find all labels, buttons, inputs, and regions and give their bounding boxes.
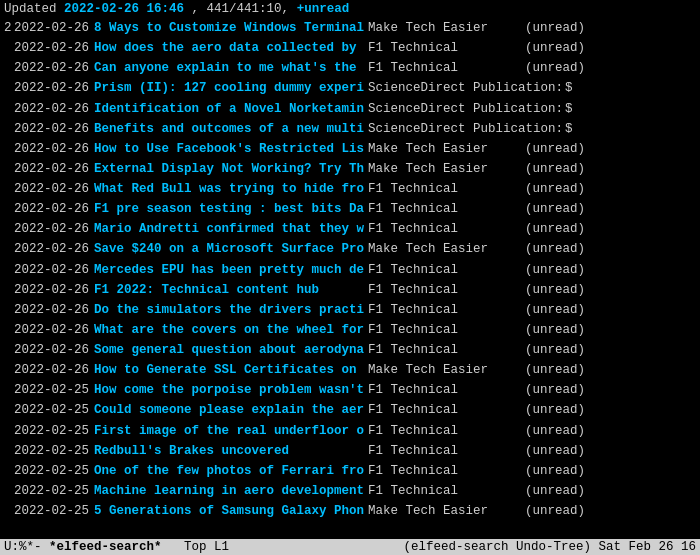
col-date: 2022-02-26 <box>14 301 94 319</box>
col-date: 2022-02-25 <box>14 482 94 500</box>
col-source: F1 Technical <box>368 442 523 460</box>
col-date: 2022-02-26 <box>14 240 94 258</box>
position-indicator: Top L1 <box>184 540 229 554</box>
col-status: (unread) <box>525 502 585 520</box>
table-row[interactable]: 2022-02-26 Mario Andretti confirmed that… <box>0 219 700 239</box>
updated-label: Updated <box>4 2 57 16</box>
col-date: 2022-02-25 <box>14 442 94 460</box>
col-date: 2022-02-26 <box>14 261 94 279</box>
extra-status: (elfeed-search Undo-Tree) Sat Feb 26 16 <box>403 540 696 554</box>
col-source: F1 Technical <box>368 422 523 440</box>
col-date: 2022-02-26 <box>14 140 94 158</box>
col-status: (unread) <box>525 381 585 399</box>
col-source: Make Tech Easier <box>368 19 523 37</box>
col-date: 2022-02-25 <box>14 422 94 440</box>
col-title: How come the porpoise problem wasn't <box>94 381 364 399</box>
row-marker: 2 <box>4 19 14 37</box>
col-title: How does the aero data collected by <box>94 39 364 57</box>
table-row[interactable]: 2022-02-26 Prism (II): 127 cooling dummy… <box>0 78 700 98</box>
col-date: 2022-02-25 <box>14 502 94 520</box>
table-row[interactable]: 2022-02-26 Some general question about a… <box>0 340 700 360</box>
col-title: Can anyone explain to me what's the <box>94 59 364 77</box>
col-date: 2022-02-25 <box>14 381 94 399</box>
col-status: (unread) <box>525 180 585 198</box>
col-title: First image of the real underfloor o <box>94 422 364 440</box>
col-title: 8 Ways to Customize Windows Terminal <box>94 19 364 37</box>
table-row[interactable]: 2022-02-26 Identification of a Novel Nor… <box>0 99 700 119</box>
col-title: Some general question about aerodyna <box>94 341 364 359</box>
col-source: F1 Technical <box>368 200 523 218</box>
table-row[interactable]: 2022-02-26 What Red Bull was trying to h… <box>0 179 700 199</box>
table-row[interactable]: 2022-02-26 F1 2022: Technical content hu… <box>0 280 700 300</box>
table-row[interactable]: 2022-02-25 One of the few photos of Ferr… <box>0 461 700 481</box>
table-row[interactable]: 2022-02-25 How come the porpoise problem… <box>0 380 700 400</box>
col-title: How to Use Facebook's Restricted Lis <box>94 140 364 158</box>
col-title: How to Generate SSL Certificates on <box>94 361 364 379</box>
col-date: 2022-02-26 <box>14 341 94 359</box>
col-date: 2022-02-25 <box>14 462 94 480</box>
table-row[interactable]: 2022-02-26 How to Generate SSL Certifica… <box>0 360 700 380</box>
table-row[interactable]: 2022-02-26 What are the covers on the wh… <box>0 320 700 340</box>
col-status: (unread) <box>525 301 585 319</box>
col-source: F1 Technical <box>368 401 523 419</box>
table-row[interactable]: 2022-02-26 How does the aero data collec… <box>0 38 700 58</box>
col-source: F1 Technical <box>368 281 523 299</box>
table-row[interactable]: 2022-02-25 Redbull's Brakes uncovered F1… <box>0 441 700 461</box>
col-source: F1 Technical <box>368 261 523 279</box>
table-row[interactable]: 2022-02-26 How to Use Facebook's Restric… <box>0 139 700 159</box>
col-status: (unread) <box>525 240 585 258</box>
table-row[interactable]: 22022-02-26 8 Ways to Customize Windows … <box>0 18 700 38</box>
table-row[interactable]: 2022-02-26 Can anyone explain to me what… <box>0 58 700 78</box>
col-status: $ <box>565 100 573 118</box>
col-status: (unread) <box>525 321 585 339</box>
col-status: (unread) <box>525 361 585 379</box>
col-status: (unread) <box>525 261 585 279</box>
col-status: (unread) <box>525 482 585 500</box>
table-row[interactable]: 2022-02-25 Could someone please explain … <box>0 400 700 420</box>
table-row[interactable]: 2022-02-26 Benefits and outcomes of a ne… <box>0 119 700 139</box>
table-row[interactable]: 2022-02-26 Mercedes EPU has been pretty … <box>0 260 700 280</box>
col-status: (unread) <box>525 59 585 77</box>
table-row[interactable]: 2022-02-25 Machine learning in aero deve… <box>0 481 700 501</box>
col-date: 2022-02-26 <box>14 39 94 57</box>
updated-date: 2022-02-26 16:46 <box>64 2 184 16</box>
unread-label: +unread <box>297 2 350 16</box>
col-title: Benefits and outcomes of a new multi <box>94 120 364 138</box>
col-source: ScienceDirect Publication: <box>368 79 563 97</box>
count: , 441/441:10, <box>192 2 290 16</box>
col-status: (unread) <box>525 442 585 460</box>
col-title: Identification of a Novel Norketamin <box>94 100 364 118</box>
table-row[interactable]: 2022-02-26 External Display Not Working?… <box>0 159 700 179</box>
col-title: F1 pre season testing : best bits Da <box>94 200 364 218</box>
col-title: Machine learning in aero development <box>94 482 364 500</box>
col-source: F1 Technical <box>368 321 523 339</box>
col-source: F1 Technical <box>368 462 523 480</box>
col-date: 2022-02-26 <box>14 281 94 299</box>
col-title: 5 Generations of Samsung Galaxy Phon <box>94 502 364 520</box>
header-bar: Updated 2022-02-26 16:46 , 441/441:10, +… <box>0 0 700 18</box>
col-title: Save $240 on a Microsoft Surface Pro <box>94 240 364 258</box>
col-title: What Red Bull was trying to hide fro <box>94 180 364 198</box>
table-row[interactable]: 2022-02-25 First image of the real under… <box>0 421 700 441</box>
table-row[interactable]: 2022-02-25 5 Generations of Samsung Gala… <box>0 501 700 521</box>
col-source: ScienceDirect Publication: <box>368 100 563 118</box>
col-date: 2022-02-26 <box>14 100 94 118</box>
col-status: (unread) <box>525 401 585 419</box>
col-title: Redbull's Brakes uncovered <box>94 442 364 460</box>
table-row[interactable]: 2022-02-26 F1 pre season testing : best … <box>0 199 700 219</box>
col-date: 2022-02-26 <box>14 321 94 339</box>
table-row[interactable]: 2022-02-26 Do the simulators the drivers… <box>0 300 700 320</box>
buffer-name: *elfeed-search* <box>49 540 162 554</box>
col-date: 2022-02-26 <box>14 19 94 37</box>
col-status: $ <box>565 120 573 138</box>
col-date: 2022-02-26 <box>14 220 94 238</box>
col-date: 2022-02-26 <box>14 59 94 77</box>
col-source: F1 Technical <box>368 482 523 500</box>
col-source: F1 Technical <box>368 341 523 359</box>
col-date: 2022-02-25 <box>14 401 94 419</box>
col-title: Could someone please explain the aer <box>94 401 364 419</box>
table-row[interactable]: 2022-02-26 Save $240 on a Microsoft Surf… <box>0 239 700 259</box>
col-status: (unread) <box>525 220 585 238</box>
col-source: Make Tech Easier <box>368 502 523 520</box>
col-status: (unread) <box>525 462 585 480</box>
